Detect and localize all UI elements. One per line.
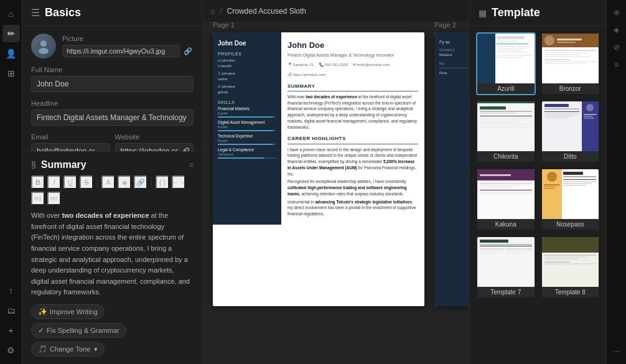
italic-button[interactable]: I	[47, 175, 61, 189]
resume-page-1: John Doe Profiles in johndoeLinkedIn 𝕏 j…	[213, 32, 424, 306]
resume-email: ✉ hello@johndoe.com	[353, 62, 390, 67]
strikethrough-button[interactable]: S	[80, 175, 93, 189]
code-button[interactable]: { }	[156, 175, 169, 189]
template-nosepass[interactable]: Nosepass	[541, 168, 600, 231]
skill-legal: Legal & Compliance Advanced	[218, 147, 276, 159]
template-ditto[interactable]: Ditto	[541, 100, 600, 163]
summary-text-part2: at the forefront of digital asset financ…	[31, 212, 190, 296]
page-1-label: Page 1	[213, 22, 235, 29]
template-7[interactable]: Template 7	[476, 236, 536, 299]
summary-header-row: § Summary ≡	[31, 159, 194, 170]
resume-job-title-header: Fintech Digital Assets Manager & Technol…	[287, 52, 418, 58]
p2-sidebar-placeholder: Fy ac	[439, 40, 469, 44]
grid-nav-icon[interactable]: ⊞	[2, 65, 20, 82]
add-nav-icon[interactable]: +	[2, 322, 20, 339]
headline-input[interactable]	[31, 110, 194, 126]
right-icon-bottom[interactable]: ⋯	[609, 344, 624, 359]
right-icon-2[interactable]: ◈	[609, 22, 624, 37]
template-8-thumb	[542, 237, 599, 287]
change-tone-button[interactable]: 🎵 Change Tone ▾	[31, 342, 105, 357]
summary-text-part1: With over	[31, 212, 62, 219]
template-bronzor-label: Bronzor	[542, 83, 599, 94]
picture-row: Picture 🔗	[31, 34, 194, 58]
basics-header: ☰ Basics	[22, 0, 202, 26]
full-name-input[interactable]	[31, 76, 194, 92]
summary-menu-icon[interactable]: ≡	[189, 161, 194, 169]
template-bronzor[interactable]: Bronzor	[541, 32, 600, 95]
home-nav-icon[interactable]: ⌂	[2, 5, 20, 22]
email-field: Email	[31, 133, 110, 151]
improve-writing-button[interactable]: ✨ Improve Writing	[31, 304, 105, 319]
resume-main-content: John Doe Fintech Digital Assets Manager …	[281, 32, 424, 225]
bold-button[interactable]: B	[31, 175, 45, 189]
email-input[interactable]	[31, 143, 110, 151]
template-azurill-label: Azurill	[477, 83, 535, 94]
template-kakuna[interactable]: Kakuna	[476, 168, 536, 231]
template-icon: ▦	[479, 8, 487, 18]
template-title: Template	[492, 6, 540, 19]
full-name-label: Full Name	[31, 66, 194, 73]
improve-writing-label: Improve Writing	[50, 308, 98, 315]
improve-writing-icon: ✨	[38, 307, 47, 316]
picture-url-input[interactable]	[62, 45, 180, 57]
change-tone-chevron: ▾	[94, 345, 98, 353]
sidebar-profiles-section: Profiles	[218, 52, 276, 56]
skill-te-level: Expert	[218, 139, 276, 142]
website-field: Website 🔗	[115, 133, 194, 151]
p2-sidebar-current-label: Current L	[439, 48, 469, 52]
headline-label: Headline	[31, 100, 194, 107]
skill-da-bar	[218, 130, 276, 131]
picture-link-icon[interactable]: 🔗	[182, 45, 194, 57]
right-icon-3[interactable]: ⊘	[609, 40, 624, 55]
resume-location: 📍 Sarasota, FL	[287, 62, 314, 67]
skill-lc-bar	[218, 157, 276, 159]
p2-sidebar-divider	[439, 68, 469, 68]
underline-button[interactable]: U	[63, 175, 77, 189]
right-icon-4[interactable]: ≡	[609, 57, 624, 72]
template-nosepass-label: Nosepass	[542, 219, 599, 230]
basics-panel: ☰ Basics Picture 🔗	[22, 0, 203, 364]
left-sidebar: ⌂ ✏ 👤 ⊞ ↑ 🗂 + ⚙	[0, 0, 22, 364]
skill-da-level: Expert	[218, 125, 276, 129]
ai-actions: ✨ Improve Writing ✓ Fix Spelling & Gramm…	[31, 304, 194, 357]
fix-spelling-button[interactable]: ✓ Fix Spelling & Grammar	[31, 323, 126, 338]
sidebar-profiles-github: ⊙ johndoegithub	[218, 84, 276, 95]
skill-fm-bar	[218, 116, 276, 118]
main-preview: ⌂ / Crowded Accused Sloth Page 1 John Do…	[203, 0, 469, 364]
template-chikorita-thumb	[477, 101, 535, 151]
template-8-label: Template 8	[542, 287, 599, 297]
resume-page-1-wrapper: Page 1 John Doe Profiles in johndoeLinke…	[213, 32, 424, 306]
toolbar-sep-2	[151, 177, 152, 187]
template-azurill[interactable]: Azurill	[476, 32, 536, 95]
settings-nav-icon[interactable]: ⚙	[2, 342, 20, 359]
share-nav-icon[interactable]: ↑	[2, 282, 20, 299]
resume-page-2-wrapper: Page 2 Fy ac Current L Midwest No Rota E…	[434, 32, 469, 306]
preview-header: ⌂ / Crowded Accused Sloth	[203, 0, 469, 22]
email-label: Email	[31, 133, 110, 141]
template-panel: ▦ Template	[469, 0, 606, 364]
skill-lc-name: Legal & Compliance	[218, 147, 276, 152]
basics-icon: ☰	[31, 7, 40, 19]
summary-title: Summary	[41, 159, 86, 170]
website-label: Website	[115, 133, 194, 141]
folder-nav-icon[interactable]: 🗂	[2, 302, 20, 319]
link-button[interactable]: 🔗	[134, 175, 147, 189]
resume-career-text-2: Recognized for exceptional leadership ab…	[287, 179, 418, 197]
right-icon-1[interactable]: ⊕	[609, 5, 624, 20]
person-nav-icon[interactable]: 👤	[2, 45, 20, 62]
highlight-button[interactable]: ◈	[118, 175, 131, 189]
sidebar-skills-section: Skills	[218, 100, 276, 105]
resume-left-sidebar: John Doe Profiles in johndoeLinkedIn 𝕏 j…	[213, 32, 281, 225]
template-chikorita[interactable]: Chikorita	[476, 100, 536, 163]
sidebar-profiles-twitter: 𝕏 johndoetwitter	[218, 71, 276, 82]
color-button[interactable]: A	[101, 175, 115, 189]
summary-toolbar: B I U S A ◈ 🔗 { } ←→ H1 H2	[31, 175, 194, 205]
h2-button[interactable]: H2	[47, 192, 61, 205]
template-8[interactable]: Template 8	[541, 236, 600, 299]
p2-sidebar-note-label: No	[439, 62, 469, 65]
indent-button[interactable]: ←→	[172, 175, 185, 189]
breadcrumb-home[interactable]: ⌂	[210, 7, 215, 16]
summary-icon: §	[31, 160, 36, 170]
h1-button[interactable]: H1	[31, 192, 45, 205]
edit-nav-icon[interactable]: ✏	[2, 25, 20, 42]
